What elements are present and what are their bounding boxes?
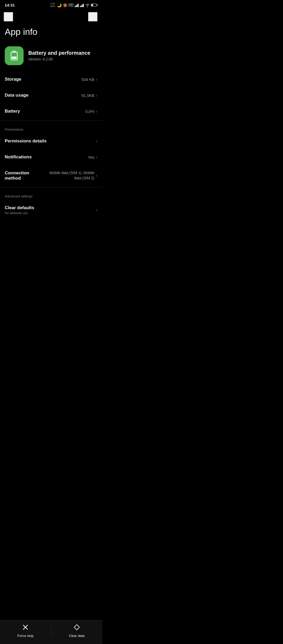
battery-app-icon-svg xyxy=(8,50,20,62)
svg-rect-0 xyxy=(75,6,75,7)
data-usage-value-row: 91,5KB › xyxy=(81,93,97,98)
notifications-value: Yes xyxy=(88,155,94,159)
connection-method-item[interactable]: Connection method Mobile data (SIM 1), M… xyxy=(0,165,102,186)
storage-chevron-icon: › xyxy=(96,77,97,82)
more-dots-icon: ⋮ xyxy=(90,13,96,20)
status-bar: 14:31 6.69 KB/s 🌙 🔕 HD xyxy=(0,0,102,9)
storage-label: Storage xyxy=(5,77,21,82)
data-usage-value: 91,5KB xyxy=(81,93,94,98)
data-usage-label: Data usage xyxy=(5,93,29,98)
connection-method-value-row: Mobile data (SIM 1), Mobile data (SIM 2)… xyxy=(42,170,97,181)
storage-value: 534 KB xyxy=(81,77,94,82)
permissions-details-label: Permissions details xyxy=(5,138,47,144)
clear-defaults-value-row: › xyxy=(96,207,97,213)
connection-method-value: Mobile data (SIM 1), Mobile data (SIM 2) xyxy=(42,170,94,181)
clear-defaults-sublabel: No defaults set. xyxy=(5,211,34,215)
app-version: Version: 4.2.00 xyxy=(28,57,90,61)
clear-defaults-chevron-icon: › xyxy=(96,207,97,213)
back-arrow-icon: ← xyxy=(6,13,11,20)
do-not-disturb-icon: 🌙 xyxy=(57,3,62,8)
app-name: Battery and performance xyxy=(28,50,90,56)
permissions-section-header: Permissions xyxy=(0,122,102,133)
signal-1-icon xyxy=(75,3,79,7)
svg-rect-2 xyxy=(77,4,78,7)
page-title: App info xyxy=(0,24,102,42)
svg-rect-1 xyxy=(76,5,77,7)
clear-defaults-label-block: Clear defaults No defaults set. xyxy=(5,205,34,215)
svg-rect-9 xyxy=(13,51,16,52)
advanced-settings-header-text: Advanced settings xyxy=(5,194,32,198)
notifications-item[interactable]: Notifications Yes › xyxy=(0,149,102,165)
permissions-details-item[interactable]: Permissions details › xyxy=(0,133,102,149)
svg-rect-7 xyxy=(83,4,84,7)
permissions-details-chevron-icon: › xyxy=(96,138,97,144)
notifications-value-row: Yes › xyxy=(88,154,97,160)
wifi-icon xyxy=(85,3,90,7)
svg-rect-5 xyxy=(81,5,82,7)
status-time: 14:31 xyxy=(5,3,15,7)
battery-label: Battery xyxy=(5,109,20,114)
permissions-header-text: Permissions xyxy=(5,127,23,131)
notifications-label: Notifications xyxy=(5,154,32,160)
battery-icon: 28 xyxy=(91,4,97,7)
hd-icon: HD xyxy=(68,3,74,7)
battery-value-row: 0,0% › xyxy=(85,109,97,114)
svg-rect-10 xyxy=(12,57,17,59)
top-navigation: ← ⋮ xyxy=(0,9,102,24)
permissions-details-value-row: › xyxy=(96,138,97,144)
signal-2-icon xyxy=(80,3,84,7)
divider-2 xyxy=(0,187,102,187)
svg-rect-3 xyxy=(78,4,79,7)
status-icons: 6.69 KB/s 🌙 🔕 HD xyxy=(50,3,97,8)
battery-item[interactable]: Battery 0,0% › xyxy=(0,103,102,119)
speed-icon: 6.69 KB/s xyxy=(50,3,55,8)
app-icon xyxy=(5,46,24,65)
storage-item[interactable]: Storage 534 KB › xyxy=(0,71,102,87)
battery-chevron-icon: › xyxy=(96,109,97,114)
app-header: Battery and performance Version: 4.2.00 xyxy=(0,42,102,71)
data-usage-chevron-icon: › xyxy=(96,93,97,98)
svg-rect-4 xyxy=(80,6,81,7)
svg-rect-6 xyxy=(82,4,83,7)
divider-1 xyxy=(0,120,102,121)
more-options-button[interactable]: ⋮ xyxy=(88,12,97,21)
battery-value: 0,0% xyxy=(85,109,94,114)
settings-list: Storage 534 KB › Data usage 91,5KB › Bat… xyxy=(0,71,102,220)
notifications-chevron-icon: › xyxy=(96,154,97,160)
connection-method-chevron-icon: › xyxy=(96,173,97,178)
data-usage-item[interactable]: Data usage 91,5KB › xyxy=(0,87,102,103)
mute-icon: 🔕 xyxy=(63,3,67,7)
advanced-settings-section-header: Advanced settings xyxy=(0,188,102,200)
back-button[interactable]: ← xyxy=(4,12,13,21)
app-meta: Battery and performance Version: 4.2.00 xyxy=(28,50,90,61)
connection-method-label: Connection method xyxy=(5,170,42,181)
clear-defaults-label: Clear defaults xyxy=(5,205,34,210)
storage-value-row: 534 KB › xyxy=(81,77,97,82)
clear-defaults-item[interactable]: Clear defaults No defaults set. › xyxy=(0,200,102,220)
